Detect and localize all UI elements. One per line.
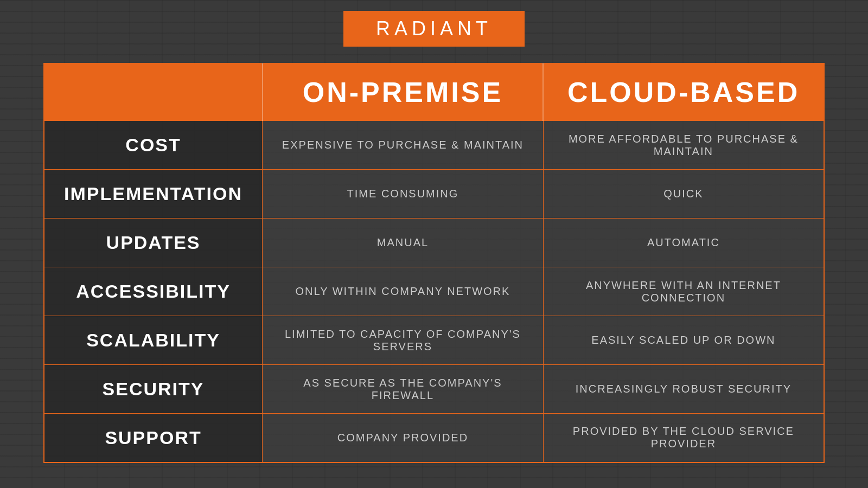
table-row: ACCESSIBILITYONLY WITHIN COMPANY NETWORK… bbox=[44, 267, 824, 316]
cloud-based-cell: INCREASINGLY ROBUST SECURITY bbox=[543, 365, 824, 414]
cloud-based-cell: EASILY SCALED UP OR DOWN bbox=[543, 316, 824, 365]
cloud-based-cell: AUTOMATIC bbox=[543, 219, 824, 267]
comparison-table: ON-PREMISE CLOUD-BASED COSTEXPENSIVE TO … bbox=[43, 63, 825, 463]
category-cell: SCALABILITY bbox=[44, 316, 263, 365]
on-premise-cell: EXPENSIVE TO PURCHASE & MAINTAIN bbox=[263, 121, 544, 170]
main-content: RADIANT ON-PREMISE CLOUD-BASED COSTEXPEN… bbox=[0, 0, 868, 488]
cloud-based-cell: QUICK bbox=[543, 170, 824, 219]
on-premise-cell: TIME CONSUMING bbox=[263, 170, 544, 219]
cloud-based-column-header: CLOUD-BASED bbox=[543, 63, 824, 121]
on-premise-cell: ONLY WITHIN COMPANY NETWORK bbox=[263, 267, 544, 316]
on-premise-cell: MANUAL bbox=[263, 219, 544, 267]
on-premise-cell: LIMITED TO CAPACITY OF COMPANY'S SERVERS bbox=[263, 316, 544, 365]
category-cell: UPDATES bbox=[44, 219, 263, 267]
category-cell: SECURITY bbox=[44, 365, 263, 414]
cloud-based-cell: PROVIDED BY THE CLOUD SERVICE PROVIDER bbox=[543, 414, 824, 463]
cloud-based-cell: MORE AFFORDABLE TO PURCHASE & MAINTAIN bbox=[543, 121, 824, 170]
table-body: COSTEXPENSIVE TO PURCHASE & MAINTAINMORE… bbox=[44, 121, 824, 463]
table-header-row: ON-PREMISE CLOUD-BASED bbox=[44, 63, 824, 121]
logo-text: RADIANT bbox=[376, 17, 492, 40]
table-row: SCALABILITYLIMITED TO CAPACITY OF COMPAN… bbox=[44, 316, 824, 365]
table-row: UPDATESMANUALAUTOMATIC bbox=[44, 219, 824, 267]
category-cell: IMPLEMENTATION bbox=[44, 170, 263, 219]
on-premise-cell: COMPANY PROVIDED bbox=[263, 414, 544, 463]
table-row: IMPLEMENTATIONTIME CONSUMINGQUICK bbox=[44, 170, 824, 219]
table-row: SUPPORTCOMPANY PROVIDEDPROVIDED BY THE C… bbox=[44, 414, 824, 463]
logo-banner: RADIANT bbox=[343, 11, 525, 47]
on-premise-cell: AS SECURE AS THE COMPANY'S FIREWALL bbox=[263, 365, 544, 414]
table-row: COSTEXPENSIVE TO PURCHASE & MAINTAINMORE… bbox=[44, 121, 824, 170]
table-row: SECURITYAS SECURE AS THE COMPANY'S FIREW… bbox=[44, 365, 824, 414]
category-cell: COST bbox=[44, 121, 263, 170]
category-column-header bbox=[44, 63, 263, 121]
category-cell: ACCESSIBILITY bbox=[44, 267, 263, 316]
cloud-based-cell: ANYWHERE WITH AN INTERNET CONNECTION bbox=[543, 267, 824, 316]
category-cell: SUPPORT bbox=[44, 414, 263, 463]
on-premise-column-header: ON-PREMISE bbox=[263, 63, 544, 121]
